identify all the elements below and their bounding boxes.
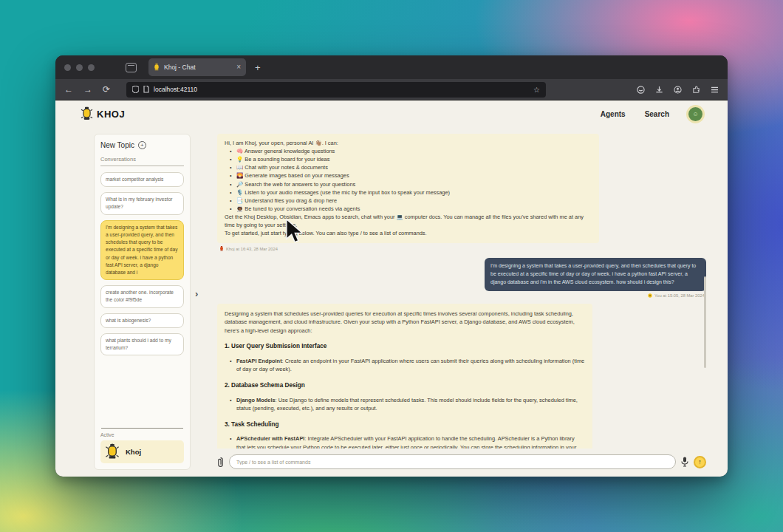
download-icon[interactable] <box>654 85 663 94</box>
privacy-badge-icon[interactable] <box>636 85 645 94</box>
active-agent-name: Khoj <box>126 448 141 456</box>
khoj-favicon <box>154 64 160 71</box>
user-mini-icon <box>648 293 652 298</box>
window-minimize-button[interactable] <box>76 64 83 71</box>
arrow-up-icon: ↑ <box>698 459 702 466</box>
agents-link[interactable]: Agents <box>601 110 626 118</box>
search-link[interactable]: Search <box>645 110 669 118</box>
close-tab-icon[interactable]: × <box>236 64 241 71</box>
response-intro: Designing a system that schedules user-p… <box>225 310 585 335</box>
khoj-mini-icon <box>219 246 224 251</box>
refresh-icon[interactable]: ⟳ <box>103 85 110 94</box>
page-info-icon[interactable] <box>143 86 149 93</box>
new-tab-button[interactable]: + <box>255 62 261 73</box>
active-label: Active <box>100 432 184 437</box>
new-topic-label: New Topic <box>100 141 134 149</box>
user-message-timestamp: You at 15:05, 28 Mar 2024 <box>217 293 705 298</box>
sidebar-collapse-chevron-icon[interactable]: › <box>195 288 198 299</box>
response-bullet: APScheduler with FastAPI: Integrate APSc… <box>225 434 585 449</box>
conversation-item[interactable]: market competitor analysis <box>100 172 184 187</box>
welcome-bullet: 💡 Be a sounding board for your ideas <box>225 155 592 163</box>
active-agent-card[interactable]: Khoj <box>100 440 184 463</box>
welcome-intro: Hi, I am Khoj, your open, personal AI 👋🏽… <box>225 139 592 147</box>
khoj-logo[interactable]: KHOJ <box>81 106 125 121</box>
conversation-item[interactable]: what plants should i add to my terrarium… <box>100 333 184 355</box>
url-text: localhost:42110 <box>154 86 197 93</box>
lantern-icon <box>81 106 93 121</box>
browser-titlebar: Khoj - Chat × + <box>55 55 728 79</box>
chat-input-bar: ↑ <box>217 453 706 471</box>
welcome-bullet: 🧠 Answer general knowledge questions <box>225 147 592 155</box>
bullet-term: Django Models <box>236 397 276 403</box>
shield-icon[interactable] <box>132 86 139 93</box>
tab-title: Khoj - Chat <box>164 64 196 71</box>
extensions-icon[interactable] <box>691 85 700 94</box>
plus-icon: + <box>138 141 146 149</box>
welcome-outro: To get started, just start typing below.… <box>225 229 592 237</box>
khoj-message-timestamp: Khoj at 16:43, 28 Mar 2024 <box>219 246 706 251</box>
welcome-bullet: 🔎 Search the web for answers to your que… <box>225 180 592 188</box>
welcome-outro: Get the Khoj Desktop, Obsidian, Emacs ap… <box>225 213 592 229</box>
welcome-bullet: 🌄 Generate images based on your messages <box>225 171 592 180</box>
mic-icon[interactable] <box>681 457 688 467</box>
browser-toolbar-icons <box>636 85 719 94</box>
window-zoom-button[interactable] <box>88 64 95 71</box>
bullet-term: APScheduler with FastAPI <box>236 435 304 442</box>
back-icon[interactable]: ← <box>64 85 73 94</box>
browser-window: Khoj - Chat × + ← → ⟳ localhost:42110 ☆ <box>55 55 728 477</box>
conversation-sidebar: New Topic + Conversations market competi… <box>94 134 191 470</box>
conversation-item[interactable]: what is abiogenesis? <box>100 313 184 328</box>
welcome-bullet: 👩🏾‍🚀 Be tuned to your conversation needs… <box>225 205 592 213</box>
browser-tab[interactable]: Khoj - Chat × <box>148 58 246 76</box>
conversation-item[interactable]: What is in my february investor update? <box>100 192 184 214</box>
sidebar-divider <box>101 428 183 429</box>
welcome-bullet: 📖 Chat with your notes & documents <box>225 163 592 171</box>
browser-navbar: ← → ⟳ localhost:42110 ☆ <box>55 79 728 100</box>
forward-icon[interactable]: → <box>83 85 92 94</box>
bullet-term: FastAPI Endpoint <box>236 358 282 364</box>
conversations-label: Conversations <box>100 156 184 166</box>
menu-icon[interactable] <box>710 85 719 94</box>
bookmark-star-icon[interactable]: ☆ <box>533 86 540 94</box>
logo-text: KHOJ <box>97 109 125 120</box>
new-topic-button[interactable]: New Topic + <box>100 141 184 149</box>
response-bullet: Django Models: Use Django to define mode… <box>225 396 585 413</box>
account-icon[interactable] <box>673 85 682 94</box>
user-avatar[interactable]: ☺ <box>688 107 702 121</box>
app-header: KHOJ Agents Search ☺ <box>55 100 728 127</box>
response-bullet: FastAPI Endpoint: Create an endpoint in … <box>225 357 585 374</box>
url-bar[interactable]: localhost:42110 ☆ <box>126 82 546 98</box>
timestamp-text: Khoj at 16:43, 28 Mar 2024 <box>226 247 278 251</box>
window-close-button[interactable] <box>64 64 71 71</box>
khoj-page: KHOJ Agents Search ☺ New Topic + Convers… <box>55 100 728 477</box>
firefox-view-icon[interactable] <box>126 63 137 72</box>
chat-input[interactable] <box>229 454 676 469</box>
conversation-item[interactable]: create another one. incorporate the colo… <box>100 285 184 307</box>
attach-paperclip-icon[interactable] <box>217 457 224 468</box>
window-controls[interactable] <box>64 64 95 71</box>
khoj-welcome-message: Hi, I am Khoj, your open, personal AI 👋🏽… <box>217 134 599 243</box>
welcome-bullet: 📑 Understand files you drag & drop here <box>225 197 592 205</box>
chat-scrollbar[interactable] <box>704 276 706 368</box>
bullet-text: : Create an endpoint in your FastAPI app… <box>236 358 584 372</box>
welcome-bullet: 🎙️ Listen to your audio messages (use th… <box>225 188 592 197</box>
user-message: I'm designing a system that takes a user… <box>485 258 706 291</box>
chat-area: Hi, I am Khoj, your open, personal AI 👋🏽… <box>217 134 706 449</box>
khoj-response-message: Designing a system that schedules user-p… <box>217 304 592 449</box>
response-heading: 1. User Query Submission Interface <box>225 342 585 352</box>
response-heading: 3. Task Scheduling <box>225 420 585 430</box>
conversation-item-active[interactable]: I'm designing a system that takes a user… <box>100 220 184 281</box>
desktop-background: { "colors": { "accent_yellow": "#fcc50b"… <box>0 0 783 532</box>
response-heading: 2. Database Schema Design <box>225 381 585 391</box>
lantern-icon <box>105 443 120 460</box>
timestamp-text: You at 15:05, 28 Mar 2024 <box>654 293 705 298</box>
bullet-text: : Use Django to define models that repre… <box>236 397 578 412</box>
send-button[interactable]: ↑ <box>694 456 706 468</box>
app-nav: Agents Search ☺ <box>601 107 702 121</box>
